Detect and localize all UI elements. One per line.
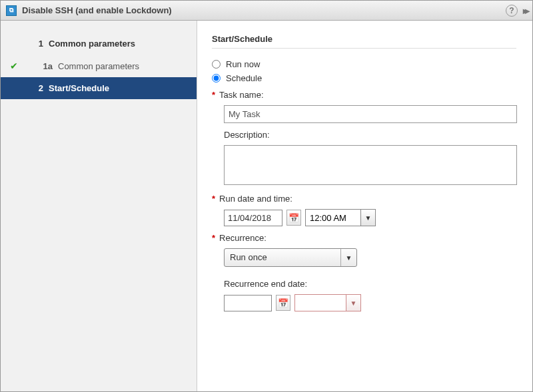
body: 1 Common parameters ✔ 1a Common paramete… (1, 21, 532, 391)
recurrence-select[interactable]: Run once ▼ (224, 248, 357, 267)
recurrence-dropdown-icon: ▼ (340, 249, 356, 266)
recurrence-value: Run once (225, 249, 340, 266)
radio-run-now-row: Run now (212, 59, 516, 69)
required-icon: * (212, 194, 215, 204)
help-icon[interactable]: ? (506, 5, 518, 17)
wizard-window: ⧉ Disable SSH (and enable Lockdown) ? ▸▸… (0, 0, 533, 392)
end-time-input[interactable] (295, 295, 346, 311)
description-label: Description: (224, 130, 270, 140)
step-1-label: Common parameters (49, 39, 135, 49)
end-time-dropdown-icon[interactable]: ▼ (346, 295, 360, 311)
required-icon: * (212, 90, 215, 100)
task-name-label: Task name: (219, 90, 263, 100)
window-title: Disable SSH (and enable Lockdown) (22, 5, 506, 15)
description-input[interactable] (224, 145, 517, 185)
radio-schedule-label: Schedule (226, 73, 262, 83)
radio-schedule-row: Schedule (212, 73, 516, 83)
main-panel: Start/Schedule Run now Schedule * Task n… (197, 21, 532, 391)
recurrence-label-row: * Recurrence: (212, 233, 516, 243)
run-dt-label-row: * Run date and time: (212, 194, 516, 204)
recurrence-label: Recurrence: (219, 233, 266, 243)
run-time-dropdown-icon[interactable]: ▼ (360, 210, 375, 226)
end-time-field: ▼ (294, 294, 361, 311)
task-name-label-row: * Task name: (212, 90, 516, 100)
step-1[interactable]: 1 Common parameters (1, 33, 197, 55)
end-date-input[interactable] (224, 295, 272, 311)
step-1a-check-icon: ✔ (10, 61, 23, 71)
divider (212, 48, 516, 49)
end-date-calendar-icon[interactable]: 📅 (276, 295, 290, 311)
wizard-sidebar: 1 Common parameters ✔ 1a Common paramete… (1, 21, 197, 391)
run-date-input[interactable] (224, 210, 282, 226)
step-1a-number: 1a (23, 61, 53, 71)
section-heading: Start/Schedule (212, 34, 516, 44)
run-time-input[interactable] (306, 210, 360, 226)
radio-schedule[interactable] (212, 74, 221, 83)
titlebar: ⧉ Disable SSH (and enable Lockdown) ? ▸▸ (1, 1, 532, 21)
end-date-label: Recurrence end date: (224, 279, 307, 289)
step-1a[interactable]: ✔ 1a Common parameters (1, 55, 197, 77)
run-dt-label: Run date and time: (219, 194, 292, 204)
radio-run-now-label: Run now (226, 59, 260, 69)
app-icon: ⧉ (6, 5, 17, 16)
step-2[interactable]: 2 Start/Schedule (1, 77, 197, 99)
step-2-label: Start/Schedule (49, 83, 109, 93)
required-icon: * (212, 233, 215, 243)
task-name-input[interactable] (224, 105, 517, 123)
step-1-number: 1 (23, 39, 43, 49)
radio-run-now[interactable] (212, 60, 221, 69)
step-2-number: 2 (23, 83, 43, 93)
run-date-calendar-icon[interactable]: 📅 (286, 210, 301, 226)
run-time-field: ▼ (305, 209, 376, 226)
step-1a-label: Common parameters (58, 61, 139, 71)
skip-forward-icon[interactable]: ▸▸ (523, 5, 527, 16)
